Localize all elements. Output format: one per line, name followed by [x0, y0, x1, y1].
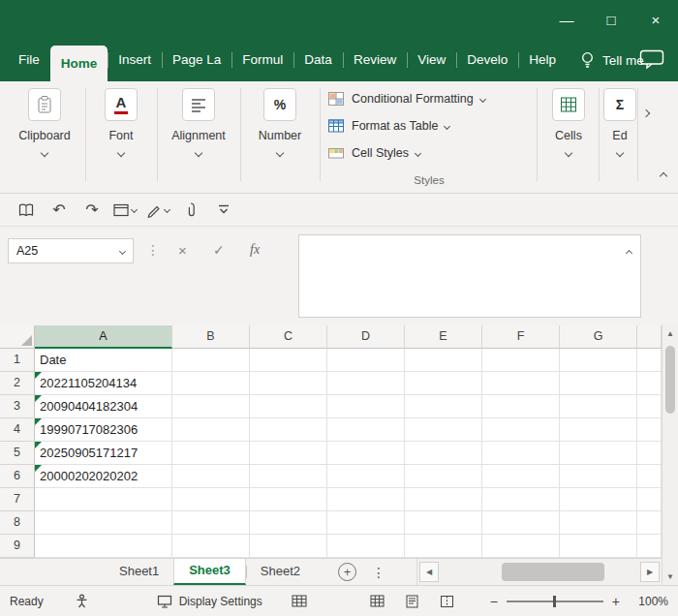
tab-data[interactable]: Data — [293, 39, 343, 81]
cell-b7[interactable] — [172, 488, 250, 511]
cell-e7[interactable] — [405, 488, 482, 511]
vertical-scrollbar[interactable]: ▲ ▼ — [662, 325, 678, 585]
column-header-g[interactable]: G — [560, 325, 637, 349]
table-status-button[interactable] — [292, 595, 307, 607]
cell-a2[interactable]: 20221105204134 — [35, 372, 172, 395]
tell-me-button[interactable]: Tell me — [580, 39, 644, 81]
collapse-ribbon-button[interactable] — [661, 166, 666, 183]
vertical-scroll-thumb[interactable] — [665, 346, 675, 414]
sheet-tab-sheet3[interactable]: Sheet3 — [173, 559, 246, 585]
cell-d8[interactable] — [327, 511, 405, 535]
horizontal-scroll-thumb[interactable] — [502, 563, 604, 581]
row-header-9[interactable]: 9 — [0, 535, 35, 558]
tab-view[interactable]: View — [407, 39, 456, 81]
select-all-button[interactable] — [0, 325, 35, 349]
number-group-button[interactable]: % Number — [244, 88, 316, 160]
cell-f1[interactable] — [482, 349, 560, 372]
normal-view-button[interactable] — [366, 591, 389, 612]
cell-e3[interactable] — [405, 395, 482, 418]
tab-review[interactable]: Review — [343, 39, 407, 81]
sheet-tab-sheet2[interactable]: Sheet2 — [246, 559, 315, 585]
cell-b9[interactable] — [172, 535, 250, 558]
cell-e6[interactable] — [405, 465, 482, 488]
enter-icon[interactable]: ✓ — [213, 242, 225, 258]
collapse-formula-bar-button[interactable] — [627, 244, 632, 259]
cell-a6[interactable]: 20000202020202 — [35, 465, 172, 488]
paste-dropdown-button[interactable] — [108, 198, 141, 223]
cells-group-button[interactable]: Cells — [540, 88, 597, 160]
cell-b2[interactable] — [172, 372, 250, 395]
font-group-button[interactable]: A Font — [89, 88, 153, 160]
cell-f3[interactable] — [482, 395, 560, 418]
tab-page-la[interactable]: Page La — [162, 39, 231, 81]
cell-a4[interactable]: 19990717082306 — [35, 418, 172, 442]
cell-e4[interactable] — [405, 418, 482, 442]
cell-d4[interactable] — [327, 418, 405, 442]
cell-b8[interactable] — [172, 511, 250, 535]
zoom-slider-thumb[interactable] — [553, 596, 556, 607]
draw-dropdown-button[interactable] — [141, 198, 174, 223]
cell-c2[interactable] — [250, 372, 327, 395]
cell-d5[interactable] — [327, 442, 405, 465]
row-header-8[interactable]: 8 — [0, 511, 35, 535]
redo-button[interactable]: ↷ — [76, 198, 108, 223]
tab-home[interactable]: Home — [50, 46, 108, 81]
cell-g4[interactable] — [560, 418, 637, 442]
cell-b6[interactable] — [172, 465, 250, 488]
clipboard-group-button[interactable]: Clipboard — [8, 88, 81, 160]
cell-d6[interactable] — [327, 465, 405, 488]
horizontal-scroll-track[interactable] — [441, 559, 638, 585]
cell-g3[interactable] — [560, 395, 637, 418]
cell-f4[interactable] — [482, 418, 560, 442]
accessibility-button[interactable] — [75, 594, 89, 608]
cell-e5[interactable] — [405, 442, 482, 465]
cell-c4[interactable] — [250, 418, 327, 442]
cell-b5[interactable] — [172, 442, 250, 465]
row-header-1[interactable]: 1 — [0, 349, 35, 372]
row-header-4[interactable]: 4 — [0, 418, 35, 442]
book-button[interactable] — [10, 198, 43, 223]
cell-c7[interactable] — [250, 488, 327, 511]
zoom-slider[interactable] — [507, 601, 603, 602]
cell-f9[interactable] — [482, 535, 560, 558]
cell-f2[interactable] — [482, 372, 560, 395]
sheet-tab-options-icon[interactable]: ⋮ — [372, 565, 385, 580]
cell-c8[interactable] — [250, 511, 327, 535]
cell-b3[interactable] — [172, 395, 250, 418]
cell-b1[interactable] — [172, 349, 250, 372]
cell-a8[interactable] — [35, 511, 172, 535]
vertical-scroll-track[interactable] — [663, 342, 678, 569]
cell-d3[interactable] — [327, 395, 405, 418]
cell-g5[interactable] — [560, 442, 637, 465]
cell-d1[interactable] — [327, 349, 405, 372]
cell-g9[interactable] — [560, 535, 637, 558]
scroll-up-icon[interactable]: ▲ — [663, 325, 678, 342]
column-header-c[interactable]: C — [250, 325, 327, 349]
cell-g8[interactable] — [560, 511, 637, 535]
row-header-2[interactable]: 2 — [0, 372, 35, 395]
cell-g7[interactable] — [560, 488, 637, 511]
cell-c6[interactable] — [250, 465, 327, 488]
cell-d9[interactable] — [327, 535, 405, 558]
insert-function-button[interactable]: fx — [250, 242, 260, 258]
close-button[interactable]: × — [633, 0, 678, 39]
cell-c3[interactable] — [250, 395, 327, 418]
column-header-a[interactable]: A — [35, 325, 172, 349]
cell-c5[interactable] — [250, 442, 327, 465]
cell-f5[interactable] — [482, 442, 560, 465]
horizontal-scrollbar[interactable]: ◀ ▶ — [416, 559, 662, 585]
cell-d7[interactable] — [327, 488, 405, 511]
format-as-table-button[interactable]: Format as Table — [325, 112, 533, 139]
cell-e9[interactable] — [405, 535, 482, 558]
page-break-view-button[interactable] — [436, 591, 459, 612]
cell-a9[interactable] — [35, 535, 172, 558]
cell-f7[interactable] — [482, 488, 560, 511]
row-header-3[interactable]: 3 — [0, 395, 35, 418]
tab-develo[interactable]: Develo — [456, 39, 518, 81]
display-settings-button[interactable]: Display Settings — [157, 595, 262, 608]
column-header-d[interactable]: D — [327, 325, 405, 349]
formula-input[interactable] — [298, 234, 641, 318]
column-header-b[interactable]: B — [172, 325, 250, 349]
name-box[interactable]: A25 — [8, 238, 134, 263]
cell-styles-button[interactable]: Cell Styles — [325, 139, 533, 167]
